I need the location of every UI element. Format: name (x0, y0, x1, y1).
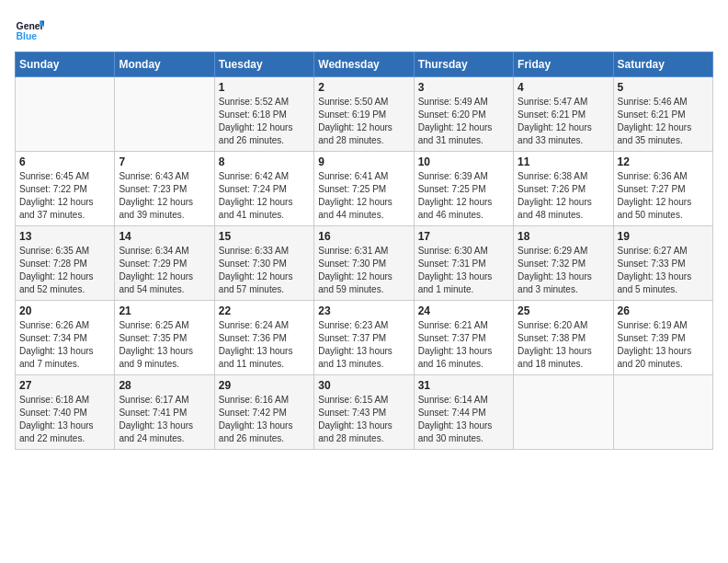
day-info: Sunrise: 5:49 AM Sunset: 6:20 PM Dayligh… (418, 96, 509, 147)
day-number: 23 (318, 304, 409, 317)
day-info: Sunrise: 6:30 AM Sunset: 7:31 PM Dayligh… (418, 245, 509, 296)
day-info: Sunrise: 6:15 AM Sunset: 7:43 PM Dayligh… (318, 394, 409, 445)
day-number: 19 (618, 230, 709, 243)
calendar-cell: 28Sunrise: 6:17 AM Sunset: 7:41 PM Dayli… (115, 375, 214, 450)
calendar-cell: 9Sunrise: 6:41 AM Sunset: 7:25 PM Daylig… (314, 152, 414, 226)
calendar-cell: 11Sunrise: 6:38 AM Sunset: 7:26 PM Dayli… (514, 152, 613, 226)
calendar-cell: 25Sunrise: 6:20 AM Sunset: 7:38 PM Dayli… (514, 301, 613, 375)
calendar-week-row: 1Sunrise: 5:52 AM Sunset: 6:18 PM Daylig… (16, 77, 713, 152)
day-number: 27 (19, 379, 110, 392)
calendar-cell: 17Sunrise: 6:30 AM Sunset: 7:31 PM Dayli… (414, 226, 513, 301)
calendar-cell: 4Sunrise: 5:47 AM Sunset: 6:21 PM Daylig… (514, 77, 613, 152)
day-info: Sunrise: 6:23 AM Sunset: 7:37 PM Dayligh… (318, 319, 409, 371)
day-info: Sunrise: 6:36 AM Sunset: 7:27 PM Dayligh… (618, 170, 709, 222)
calendar-cell: 27Sunrise: 6:18 AM Sunset: 7:40 PM Dayli… (16, 375, 115, 450)
calendar-week-row: 13Sunrise: 6:35 AM Sunset: 7:28 PM Dayli… (16, 226, 713, 301)
calendar-cell: 30Sunrise: 6:15 AM Sunset: 7:43 PM Dayli… (314, 375, 414, 450)
weekday-header: Thursday (414, 52, 513, 77)
day-number: 7 (119, 155, 210, 168)
calendar-cell: 10Sunrise: 6:39 AM Sunset: 7:25 PM Dayli… (414, 152, 513, 226)
day-number: 26 (618, 304, 709, 317)
day-number: 24 (418, 304, 509, 317)
day-info: Sunrise: 6:25 AM Sunset: 7:35 PM Dayligh… (119, 319, 210, 371)
calendar-cell (115, 77, 214, 152)
weekday-header: Saturday (613, 52, 712, 77)
day-info: Sunrise: 6:33 AM Sunset: 7:30 PM Dayligh… (219, 245, 310, 296)
calendar-week-row: 6Sunrise: 6:45 AM Sunset: 7:22 PM Daylig… (16, 152, 713, 226)
day-number: 2 (318, 81, 409, 94)
day-info: Sunrise: 6:21 AM Sunset: 7:37 PM Dayligh… (418, 319, 509, 371)
weekday-header: Tuesday (214, 52, 313, 77)
calendar-cell: 16Sunrise: 6:31 AM Sunset: 7:30 PM Dayli… (314, 226, 414, 301)
calendar-cell: 2Sunrise: 5:50 AM Sunset: 6:19 PM Daylig… (314, 77, 414, 152)
day-info: Sunrise: 6:34 AM Sunset: 7:29 PM Dayligh… (119, 245, 210, 296)
logo-icon: General Blue (15, 15, 44, 44)
day-number: 4 (518, 81, 609, 94)
day-number: 16 (318, 230, 409, 243)
day-info: Sunrise: 6:39 AM Sunset: 7:25 PM Dayligh… (418, 170, 509, 222)
calendar-cell: 15Sunrise: 6:33 AM Sunset: 7:30 PM Dayli… (214, 226, 313, 301)
calendar-week-row: 20Sunrise: 6:26 AM Sunset: 7:34 PM Dayli… (16, 301, 713, 375)
day-info: Sunrise: 6:16 AM Sunset: 7:42 PM Dayligh… (219, 394, 310, 445)
weekday-header-row: SundayMondayTuesdayWednesdayThursdayFrid… (16, 52, 713, 77)
calendar-cell: 1Sunrise: 5:52 AM Sunset: 6:18 PM Daylig… (214, 77, 313, 152)
calendar-cell: 5Sunrise: 5:46 AM Sunset: 6:21 PM Daylig… (613, 77, 712, 152)
day-info: Sunrise: 6:26 AM Sunset: 7:34 PM Dayligh… (19, 319, 110, 371)
day-info: Sunrise: 6:43 AM Sunset: 7:23 PM Dayligh… (119, 170, 210, 222)
day-info: Sunrise: 5:46 AM Sunset: 6:21 PM Dayligh… (618, 96, 709, 147)
svg-text:Blue: Blue (17, 31, 38, 41)
day-number: 17 (418, 230, 509, 243)
day-info: Sunrise: 5:50 AM Sunset: 6:19 PM Dayligh… (318, 96, 409, 147)
day-info: Sunrise: 6:18 AM Sunset: 7:40 PM Dayligh… (19, 394, 110, 445)
day-number: 25 (518, 304, 609, 317)
calendar-cell: 22Sunrise: 6:24 AM Sunset: 7:36 PM Dayli… (214, 301, 313, 375)
calendar-cell: 7Sunrise: 6:43 AM Sunset: 7:23 PM Daylig… (115, 152, 214, 226)
weekday-header: Wednesday (314, 52, 414, 77)
logo: General Blue (15, 15, 44, 44)
day-info: Sunrise: 6:27 AM Sunset: 7:33 PM Dayligh… (618, 245, 709, 296)
day-info: Sunrise: 6:14 AM Sunset: 7:44 PM Dayligh… (418, 394, 509, 445)
calendar-cell: 23Sunrise: 6:23 AM Sunset: 7:37 PM Dayli… (314, 301, 414, 375)
calendar-cell (16, 77, 115, 152)
day-info: Sunrise: 6:35 AM Sunset: 7:28 PM Dayligh… (19, 245, 110, 296)
day-number: 31 (418, 379, 509, 392)
calendar-cell: 8Sunrise: 6:42 AM Sunset: 7:24 PM Daylig… (214, 152, 313, 226)
day-number: 1 (219, 81, 310, 94)
weekday-header: Sunday (16, 52, 115, 77)
day-info: Sunrise: 6:17 AM Sunset: 7:41 PM Dayligh… (119, 394, 210, 445)
day-number: 15 (219, 230, 310, 243)
day-number: 14 (119, 230, 210, 243)
calendar-cell: 31Sunrise: 6:14 AM Sunset: 7:44 PM Dayli… (414, 375, 513, 450)
calendar-cell: 18Sunrise: 6:29 AM Sunset: 7:32 PM Dayli… (514, 226, 613, 301)
day-info: Sunrise: 6:29 AM Sunset: 7:32 PM Dayligh… (518, 245, 609, 296)
day-info: Sunrise: 6:42 AM Sunset: 7:24 PM Dayligh… (219, 170, 310, 222)
calendar-cell: 12Sunrise: 6:36 AM Sunset: 7:27 PM Dayli… (613, 152, 712, 226)
weekday-header: Monday (115, 52, 214, 77)
day-info: Sunrise: 5:47 AM Sunset: 6:21 PM Dayligh… (518, 96, 609, 147)
calendar-week-row: 27Sunrise: 6:18 AM Sunset: 7:40 PM Dayli… (16, 375, 713, 450)
calendar-cell: 29Sunrise: 6:16 AM Sunset: 7:42 PM Dayli… (214, 375, 313, 450)
day-number: 11 (518, 155, 609, 168)
day-info: Sunrise: 6:24 AM Sunset: 7:36 PM Dayligh… (219, 319, 310, 371)
day-info: Sunrise: 6:41 AM Sunset: 7:25 PM Dayligh… (318, 170, 409, 222)
day-number: 28 (119, 379, 210, 392)
day-number: 10 (418, 155, 509, 168)
day-number: 8 (219, 155, 310, 168)
day-number: 6 (19, 155, 110, 168)
day-number: 5 (618, 81, 709, 94)
calendar-cell: 26Sunrise: 6:19 AM Sunset: 7:39 PM Dayli… (613, 301, 712, 375)
weekday-header: Friday (514, 52, 613, 77)
day-number: 18 (518, 230, 609, 243)
day-number: 12 (618, 155, 709, 168)
calendar-cell: 6Sunrise: 6:45 AM Sunset: 7:22 PM Daylig… (16, 152, 115, 226)
day-info: Sunrise: 5:52 AM Sunset: 6:18 PM Dayligh… (219, 96, 310, 147)
calendar-cell: 21Sunrise: 6:25 AM Sunset: 7:35 PM Dayli… (115, 301, 214, 375)
day-number: 21 (119, 304, 210, 317)
day-number: 22 (219, 304, 310, 317)
day-number: 9 (318, 155, 409, 168)
day-number: 3 (418, 81, 509, 94)
day-number: 20 (19, 304, 110, 317)
calendar-cell (514, 375, 613, 450)
day-info: Sunrise: 6:31 AM Sunset: 7:30 PM Dayligh… (318, 245, 409, 296)
calendar-cell (613, 375, 712, 450)
